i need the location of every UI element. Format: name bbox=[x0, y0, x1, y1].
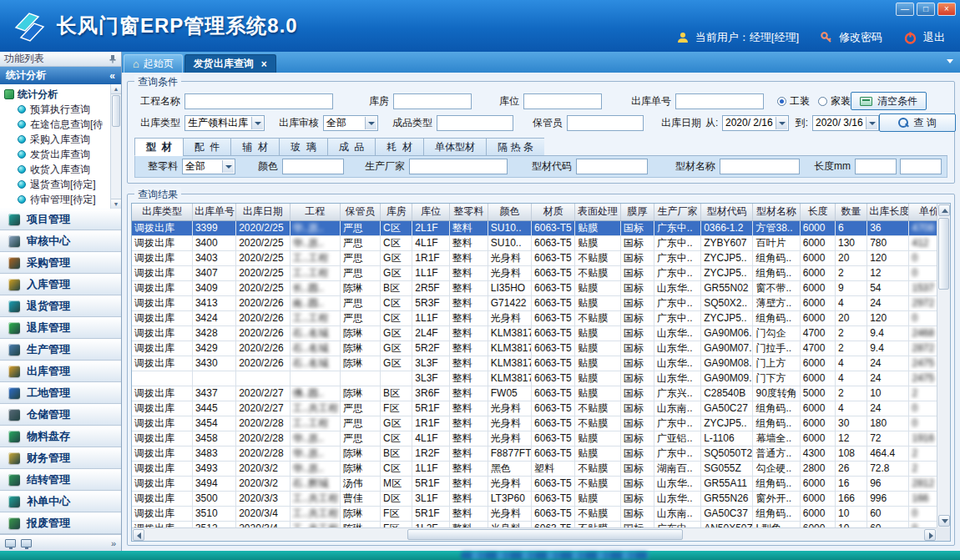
material-tab[interactable]: 辅 材 bbox=[230, 138, 279, 156]
sidebar-item-工地管理[interactable]: 工地管理 bbox=[0, 382, 121, 404]
scroll-up-icon[interactable]: ▲ bbox=[111, 84, 121, 94]
date-to-picker[interactable]: 2020/ 3/16 bbox=[812, 115, 879, 131]
vscroll-thumb[interactable] bbox=[938, 218, 949, 290]
column-header[interactable]: 工程 bbox=[290, 204, 340, 220]
scroll-up-icon[interactable] bbox=[938, 204, 950, 216]
tree-item[interactable]: 预算执行查询 bbox=[4, 102, 109, 117]
sidebar-item-仓储管理[interactable]: 仓储管理 bbox=[0, 404, 121, 426]
material-tab[interactable]: 玻 璃 bbox=[279, 138, 327, 156]
chevron-down-icon[interactable] bbox=[365, 117, 376, 129]
table-row[interactable]: 3L3F整料KLM38176063-T5贴膜国标山东华..GA90M09..门下… bbox=[132, 371, 937, 386]
monitor-icon-2[interactable] bbox=[21, 539, 32, 547]
column-header[interactable]: 数量 bbox=[835, 204, 867, 220]
material-tab[interactable]: 耗 材 bbox=[375, 138, 423, 156]
column-header[interactable]: 库位 bbox=[412, 204, 449, 220]
manufacturer-input[interactable] bbox=[409, 159, 508, 174]
column-header[interactable]: 整零料 bbox=[449, 204, 488, 220]
tree-item[interactable]: 收货入库查询 bbox=[4, 162, 109, 177]
tree-item[interactable]: 退货查询[待定] bbox=[4, 177, 109, 192]
hscroll-thumb[interactable] bbox=[407, 529, 683, 540]
tree-scrollbar[interactable]: ▲ ▼ bbox=[110, 84, 121, 209]
column-header[interactable]: 出库日期 bbox=[236, 204, 290, 220]
pin-icon[interactable] bbox=[109, 54, 117, 63]
material-tab[interactable]: 单体型材 bbox=[423, 138, 486, 156]
column-header[interactable]: 库房 bbox=[381, 204, 412, 220]
column-header[interactable]: 表面处理 bbox=[575, 204, 620, 220]
table-row[interactable]: 调拨出库34242020/2/26工..工程严思C区1L1F整料光身料6063-… bbox=[132, 310, 937, 325]
column-header[interactable]: 单价 bbox=[909, 204, 937, 220]
horizontal-scrollbar[interactable] bbox=[132, 527, 937, 541]
scroll-right-icon[interactable] bbox=[924, 529, 936, 541]
sidebar-item-项目管理[interactable]: 项目管理 bbox=[0, 209, 121, 230]
table-row[interactable]: 调拨出库34302020/2/26石..名城陈琳G区3L3F整料KLM38176… bbox=[132, 356, 937, 371]
tree-item[interactable]: 发货出库查询 bbox=[4, 147, 109, 162]
product-type-input[interactable] bbox=[437, 115, 513, 131]
chevron-down-icon[interactable] bbox=[776, 117, 787, 129]
sidebar-item-审核中心[interactable]: 审核中心 bbox=[0, 230, 121, 252]
order-no-input[interactable] bbox=[675, 93, 764, 109]
sidebar-item-采购管理[interactable]: 采购管理 bbox=[0, 252, 121, 274]
material-tab[interactable]: 成 品 bbox=[327, 138, 376, 156]
column-header[interactable]: 型材代码 bbox=[701, 204, 753, 220]
material-tab[interactable]: 配 件 bbox=[183, 138, 231, 156]
table-row[interactable]: 调拨出库34072020/2/25工..工程严思G区1L1F整料光身料6063-… bbox=[132, 265, 937, 280]
profile-name-input[interactable] bbox=[720, 159, 800, 174]
tree-root-node[interactable]: 统计分析 bbox=[4, 87, 109, 102]
location-input[interactable] bbox=[523, 93, 602, 109]
column-header[interactable]: 出库长度 bbox=[867, 204, 909, 220]
length-max-input[interactable] bbox=[900, 159, 942, 174]
date-from-picker[interactable]: 2020/ 2/16 bbox=[722, 115, 789, 131]
column-header[interactable]: 颜色 bbox=[488, 204, 531, 220]
whole-piece-select[interactable]: 全部 bbox=[182, 159, 235, 174]
chevron-down-icon[interactable] bbox=[866, 117, 877, 129]
sidebar-item-财务管理[interactable]: 财务管理 bbox=[0, 447, 121, 469]
project-name-input[interactable] bbox=[184, 93, 333, 109]
sidebar-item-结转管理[interactable]: 结转管理 bbox=[0, 469, 121, 491]
column-header[interactable]: 型材名称 bbox=[753, 204, 800, 220]
sidebar-section-header[interactable]: 统计分析 « bbox=[0, 67, 121, 84]
tab-active[interactable]: 发货出库查询× bbox=[184, 54, 276, 73]
maximize-button[interactable]: □ bbox=[917, 3, 935, 16]
table-row[interactable]: 调拨出库34032020/2/25工..工程严思G区1R1F整料光身料6063-… bbox=[132, 250, 937, 265]
table-row[interactable]: 调拨出库34452020/2/27工..共工程严思F区5R1F整料光身料6063… bbox=[132, 401, 937, 416]
table-row[interactable]: 调拨出库34582020/2/28华..原..严思C区4L1F整料光身料6063… bbox=[132, 431, 937, 446]
table-row[interactable]: 调拨出库34942020/3/2石..辉城汤伟M区5R1F整料光身料6063-T… bbox=[132, 476, 937, 491]
out-type-select[interactable]: 生产领料出库 bbox=[184, 115, 265, 131]
change-password-link[interactable]: 修改密码 bbox=[839, 30, 882, 45]
sidebar-item-入库管理[interactable]: 入库管理 bbox=[0, 274, 121, 295]
scroll-down-icon[interactable]: ▼ bbox=[111, 199, 121, 209]
sidebar-item-报废管理[interactable]: 报废管理 bbox=[0, 512, 121, 534]
table-row[interactable]: 调拨出库34832020/2/28华..原..陈琳B区1R2F整料F8877FT… bbox=[132, 446, 937, 461]
sidebar-item-退库管理[interactable]: 退库管理 bbox=[0, 317, 121, 339]
tree-item[interactable]: 在途信息查询[待 bbox=[4, 117, 109, 132]
chevron-down-icon[interactable] bbox=[222, 160, 234, 173]
vertical-scrollbar[interactable] bbox=[937, 204, 950, 527]
tab-start[interactable]: ⌂起始页 bbox=[124, 54, 183, 73]
search-button[interactable]: 查 询 bbox=[879, 114, 956, 132]
table-row[interactable]: 调拨出库34002020/2/25华..原..严思C区4L1F整料SU10..6… bbox=[132, 235, 937, 250]
sidebar-item-补单中心[interactable]: 补单中心 bbox=[0, 491, 121, 512]
table-row[interactable]: 调拨出库34372020/2/27佛..园..陈琳B区3R6F整料FW05606… bbox=[132, 386, 937, 401]
sidebar-item-出库管理[interactable]: 出库管理 bbox=[0, 361, 121, 382]
audit-select[interactable]: 全部 bbox=[323, 115, 378, 131]
table-row[interactable]: 调拨出库33992020/2/25华..原..严思C区2L1F整料SU10..6… bbox=[132, 220, 937, 235]
table-row[interactable]: 调拨出库34542020/2/28工..工程严思G区1R1F整料光身料6063-… bbox=[132, 416, 937, 431]
table-row[interactable]: 调拨出库34292020/2/26石..名城陈琳G区5R2F整料KLM38176… bbox=[132, 341, 937, 356]
table-row[interactable]: 调拨出库35102020/3/4工..共工程陈琳F区5R1F整料光身料6063-… bbox=[132, 506, 937, 521]
table-row[interactable]: 调拨出库35002020/3/3工..共工程曹佳D区3L1F整料LT3P6060… bbox=[132, 491, 937, 506]
column-header[interactable]: 材质 bbox=[532, 204, 575, 220]
table-row[interactable]: 调拨出库34282020/2/26石..名城陈琳G区2L4F整料KLM38176… bbox=[132, 325, 937, 341]
table-row[interactable]: 调拨出库34132020/2/26南..园..严思C区5R3F整料G714226… bbox=[132, 295, 937, 310]
table-row[interactable]: 调拨出库34092020/2/25长..园..陈琳B区2R5F整料LI35HO6… bbox=[132, 280, 937, 295]
column-header[interactable]: 生产厂家 bbox=[654, 204, 700, 220]
minimize-button[interactable]: — bbox=[896, 3, 914, 16]
logout-button[interactable]: 退出 bbox=[923, 30, 945, 45]
table-row[interactable]: 调拨出库34932020/3/2华..原..陈琳C区1L1F整料黑色塑料不贴膜国… bbox=[132, 461, 937, 476]
tree-scroll-thumb[interactable] bbox=[112, 95, 120, 127]
keeper-input[interactable] bbox=[567, 115, 644, 131]
sidebar-item-物料盘存[interactable]: 物料盘存 bbox=[0, 426, 121, 447]
tree-item[interactable]: 待审管理[待定] bbox=[4, 192, 109, 207]
column-header[interactable]: 长度 bbox=[800, 204, 835, 220]
collapse-icon[interactable]: « bbox=[109, 70, 115, 82]
material-tab[interactable]: 型 材 bbox=[134, 138, 183, 156]
